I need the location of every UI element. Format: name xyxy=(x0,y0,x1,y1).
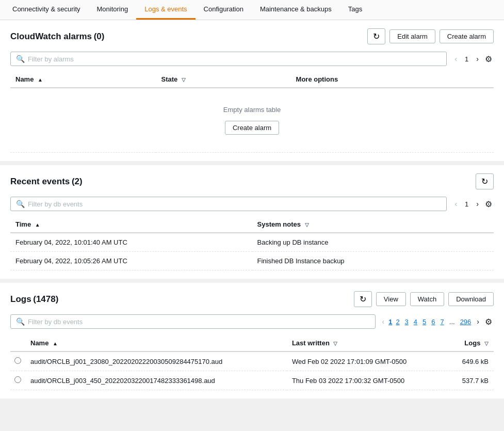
logs-col-last-written[interactable]: Last written ▽ xyxy=(287,335,433,352)
recent-events-count: (2) xyxy=(72,177,83,186)
logs-page-5[interactable]: 5 xyxy=(421,317,428,327)
logs-col-name[interactable]: Name ▲ xyxy=(25,335,287,352)
log-last-written-2: Thu Feb 03 2022 17:00:32 GMT-0500 xyxy=(287,371,433,390)
logs-page-3[interactable]: 3 xyxy=(403,317,410,327)
alarms-name-sort-icon: ▲ xyxy=(38,77,43,83)
refresh-icon-logs: ↻ xyxy=(360,294,366,304)
alarms-pagination: ‹ 1 › ⚙ xyxy=(452,53,494,66)
cloudwatch-refresh-button[interactable]: ↻ xyxy=(367,28,385,44)
logs-pagination: ‹ 1 2 3 4 5 6 7 ... 296 › ⚙ xyxy=(380,315,494,328)
watch-button[interactable]: Watch xyxy=(410,292,444,306)
logs-title: Logs xyxy=(10,294,31,304)
view-button[interactable]: View xyxy=(376,292,406,306)
alarms-empty-state: Empty alarms table Create alarm xyxy=(15,93,489,147)
alarms-search-row: 🔍 ‹ 1 › ⚙ xyxy=(10,52,494,66)
logs-refresh-button[interactable]: ↻ xyxy=(354,291,372,307)
table-row: audit/ORCLB_j003_450_2022020322001748233… xyxy=(10,371,494,390)
alarms-settings-button[interactable]: ⚙ xyxy=(483,53,494,66)
download-button[interactable]: Download xyxy=(448,292,494,306)
logs-settings-button[interactable]: ⚙ xyxy=(483,315,494,328)
events-next-page[interactable]: › xyxy=(474,198,481,210)
logs-search-bar: 🔍 xyxy=(10,314,376,329)
logs-name-sort-icon: ▲ xyxy=(53,341,58,346)
events-search-icon: 🔍 xyxy=(16,200,25,208)
logs-section: Logs (1478) ↻ View Watch Download 🔍 ‹ 1 … xyxy=(0,283,504,398)
tabs-bar: Connectivity & security Monitoring Logs … xyxy=(0,0,504,20)
logs-page-1[interactable]: 1 xyxy=(388,318,392,326)
alarms-next-page[interactable]: › xyxy=(474,53,481,65)
alarms-table: Name ▲ State ▽ More options Empty alarms… xyxy=(10,71,494,153)
logs-prev-page[interactable]: ‹ xyxy=(380,316,386,327)
alarms-page-num: 1 xyxy=(462,54,472,65)
tab-tags[interactable]: Tags xyxy=(340,0,370,20)
cloudwatch-actions: ↻ Edit alarm Create alarm xyxy=(367,28,494,44)
events-settings-button[interactable]: ⚙ xyxy=(483,198,494,211)
tab-logs-events[interactable]: Logs & events xyxy=(136,0,195,20)
events-time-sort-icon: ▲ xyxy=(35,222,40,228)
cloudwatch-title: CloudWatch alarms (0) xyxy=(10,31,104,42)
log-size-2: 537.7 kB xyxy=(433,371,494,390)
logs-actions: ↻ View Watch Download xyxy=(354,291,494,307)
logs-search-input[interactable] xyxy=(28,318,370,326)
event-time-1: February 04, 2022, 10:01:40 AM UTC xyxy=(10,233,252,252)
events-col-notes[interactable]: System notes ▽ xyxy=(252,216,494,233)
main-content: CloudWatch alarms (0) ↻ Edit alarm Creat… xyxy=(0,20,504,398)
events-notes-sort-icon: ▽ xyxy=(305,222,309,228)
recent-events-title: Recent events xyxy=(10,177,70,186)
logs-radio-2 xyxy=(10,371,25,390)
create-alarm-button[interactable]: Create alarm xyxy=(440,29,494,43)
edit-alarm-button[interactable]: Edit alarm xyxy=(389,29,435,43)
alarms-col-state[interactable]: State ▽ xyxy=(156,71,290,88)
cloudwatch-count: (0) xyxy=(94,31,105,41)
logs-table: Name ▲ Last written ▽ Logs ▽ xyxy=(10,335,494,390)
logs-page-6[interactable]: 6 xyxy=(430,317,436,327)
recent-events-refresh-button[interactable]: ↻ xyxy=(476,173,494,189)
alarms-state-sort-icon: ▽ xyxy=(182,77,186,83)
log-last-written-1: Wed Feb 02 2022 17:01:09 GMT-0500 xyxy=(287,352,433,371)
table-row: February 04, 2022, 10:01:40 AM UTC Backi… xyxy=(10,233,494,252)
events-page-num: 1 xyxy=(462,199,472,210)
events-search-input[interactable] xyxy=(28,200,441,208)
create-alarm-empty-button[interactable]: Create alarm xyxy=(225,121,279,135)
event-notes-2: Finished DB Instance backup xyxy=(252,252,494,270)
logs-search-row: 🔍 ‹ 1 2 3 4 5 6 7 ... 296 › ⚙ xyxy=(10,314,494,329)
events-table: Time ▲ System notes ▽ February 04, 2022,… xyxy=(10,216,494,270)
recent-events-actions: ↻ xyxy=(476,173,494,189)
log-name-1: audit/ORCLB_j001_23080_20220202220030509… xyxy=(25,352,287,371)
tab-monitoring[interactable]: Monitoring xyxy=(89,0,137,20)
logs-header: Logs (1478) ↻ View Watch Download xyxy=(10,291,494,307)
alarms-prev-page[interactable]: ‹ xyxy=(452,53,460,65)
events-prev-page[interactable]: ‹ xyxy=(452,198,460,210)
alarms-col-name[interactable]: Name ▲ xyxy=(10,71,156,88)
logs-pagination-dots: ... xyxy=(448,317,457,327)
tab-configuration[interactable]: Configuration xyxy=(196,0,252,20)
alarms-search-input[interactable] xyxy=(28,55,441,63)
logs-radio-input-1[interactable] xyxy=(14,357,21,364)
table-row: February 04, 2022, 10:05:26 AM UTC Finis… xyxy=(10,252,494,270)
logs-radio-input-2[interactable] xyxy=(14,376,21,383)
logs-title-wrap: Logs (1478) xyxy=(10,294,58,305)
table-row: audit/ORCLB_j001_23080_20220202220030509… xyxy=(10,352,494,371)
logs-page-2[interactable]: 2 xyxy=(394,317,401,327)
event-notes-1: Backing up DB instance xyxy=(252,233,494,252)
refresh-icon-events: ↻ xyxy=(481,177,488,186)
cloudwatch-title-text: CloudWatch alarms xyxy=(10,31,92,41)
alarms-search-bar: 🔍 xyxy=(10,52,447,66)
logs-page-7[interactable]: 7 xyxy=(439,317,446,327)
alarms-search-icon: 🔍 xyxy=(16,55,25,63)
events-search-row: 🔍 ‹ 1 › ⚙ xyxy=(10,197,494,211)
tab-maintenance-backups[interactable]: Maintenance & backups xyxy=(252,0,340,20)
refresh-icon: ↻ xyxy=(373,31,380,41)
cloudwatch-header: CloudWatch alarms (0) ↻ Edit alarm Creat… xyxy=(10,28,494,44)
logs-page-4[interactable]: 4 xyxy=(412,317,419,327)
logs-next-page[interactable]: › xyxy=(475,316,481,327)
recent-events-title-wrap: Recent events (2) xyxy=(10,177,83,187)
events-search-bar: 🔍 xyxy=(10,197,447,211)
tab-connectivity[interactable]: Connectivity & security xyxy=(4,0,89,20)
recent-events-section: Recent events (2) ↻ 🔍 ‹ 1 › ⚙ xyxy=(0,165,504,283)
events-col-time[interactable]: Time ▲ xyxy=(10,216,252,233)
cloudwatch-section: CloudWatch alarms (0) ↻ Edit alarm Creat… xyxy=(0,20,504,165)
logs-last-page[interactable]: 296 xyxy=(459,317,473,327)
logs-col-size[interactable]: Logs ▽ xyxy=(433,335,494,352)
event-time-2: February 04, 2022, 10:05:26 AM UTC xyxy=(10,252,252,270)
